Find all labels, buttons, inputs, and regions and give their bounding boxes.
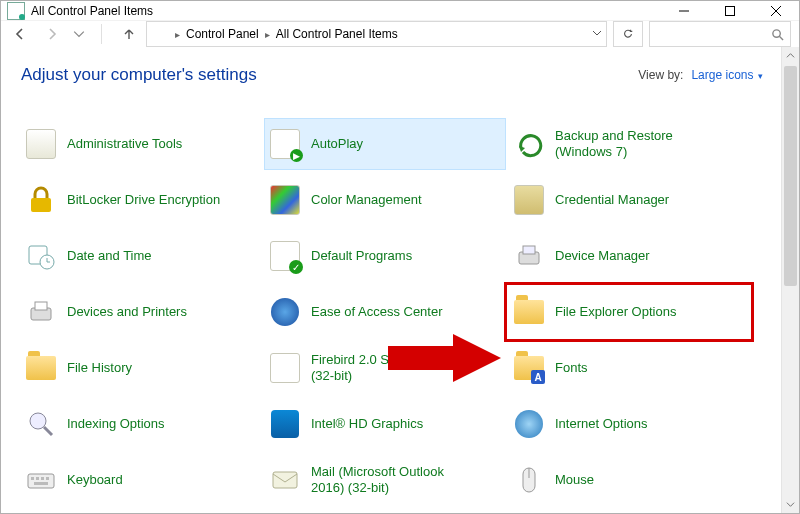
item-label: Indexing Options bbox=[67, 416, 165, 432]
window-icon bbox=[7, 2, 25, 20]
breadcrumb-item-current[interactable]: All Control Panel Items bbox=[272, 22, 402, 46]
control-panel-item[interactable]: Indexing Options bbox=[21, 399, 261, 449]
item-label: Device Manager bbox=[555, 248, 650, 264]
control-panel-item[interactable]: Intel® HD Graphics bbox=[265, 399, 505, 449]
titlebar: All Control Panel Items bbox=[1, 1, 799, 20]
control-panel-item[interactable]: File Explorer Options bbox=[509, 287, 749, 337]
heading-row: Adjust your computer's settings View by:… bbox=[21, 65, 791, 85]
chevron-down-icon: ▾ bbox=[755, 71, 763, 81]
search-input[interactable] bbox=[649, 21, 791, 47]
refresh-button[interactable] bbox=[613, 21, 643, 47]
control-panel-item[interactable]: AFonts bbox=[509, 343, 749, 393]
viewby-label: View by: bbox=[638, 68, 683, 82]
close-button[interactable] bbox=[753, 1, 799, 20]
item-label: Credential Manager bbox=[555, 192, 669, 208]
control-panel-item[interactable]: Credential Manager bbox=[509, 175, 749, 225]
control-panel-item[interactable]: Color Management bbox=[265, 175, 505, 225]
item-label: Date and Time bbox=[67, 248, 152, 264]
breadcrumb-root-icon[interactable] bbox=[151, 22, 173, 46]
scrollbar-track[interactable] bbox=[782, 64, 799, 496]
annotation-arrow-icon bbox=[383, 330, 503, 386]
svg-rect-2 bbox=[31, 198, 51, 212]
intel-hd-icon bbox=[269, 408, 301, 440]
color-mgmt-icon bbox=[269, 184, 301, 216]
separator bbox=[101, 24, 102, 44]
svg-rect-16 bbox=[273, 472, 297, 488]
history-dropdown[interactable] bbox=[73, 23, 85, 45]
mail-icon bbox=[269, 464, 301, 496]
chevron-right-icon[interactable]: ▸ bbox=[265, 29, 270, 40]
item-label: Fonts bbox=[555, 360, 588, 376]
content-pane: Adjust your computer's settings View by:… bbox=[1, 47, 799, 513]
credential-icon bbox=[513, 184, 545, 216]
firebird-icon bbox=[269, 352, 301, 384]
svg-rect-8 bbox=[35, 302, 47, 310]
item-label: Backup and Restore (Windows 7) bbox=[555, 128, 723, 159]
items-grid: Administrative Tools▶AutoPlayBackup and … bbox=[21, 119, 791, 505]
item-label: Ease of Access Center bbox=[311, 304, 443, 320]
control-panel-icon bbox=[155, 27, 169, 41]
item-label: Mail (Microsoft Outlook 2016) (32-bit) bbox=[311, 464, 479, 495]
control-panel-item[interactable]: ▶AutoPlay bbox=[265, 119, 505, 169]
chevron-right-icon[interactable]: ▸ bbox=[175, 29, 180, 40]
svg-rect-12 bbox=[36, 477, 39, 480]
viewby-value: Large icons bbox=[691, 68, 753, 82]
viewby-control: View by: Large icons ▾ bbox=[638, 68, 763, 82]
maximize-button[interactable] bbox=[707, 1, 753, 20]
svg-rect-6 bbox=[523, 246, 535, 254]
window-title: All Control Panel Items bbox=[31, 4, 661, 18]
control-panel-item[interactable]: Date and Time bbox=[21, 231, 261, 281]
admin-tools-icon bbox=[25, 128, 57, 160]
fonts-icon: A bbox=[513, 352, 545, 384]
control-panel-item[interactable]: Mouse bbox=[509, 455, 749, 505]
item-label: Intel® HD Graphics bbox=[311, 416, 423, 432]
svg-point-1 bbox=[773, 29, 780, 36]
item-label: Color Management bbox=[311, 192, 422, 208]
viewby-dropdown[interactable]: Large icons ▾ bbox=[691, 68, 763, 82]
content-wrapper: Adjust your computer's settings View by:… bbox=[1, 47, 799, 513]
svg-rect-14 bbox=[46, 477, 49, 480]
default-programs-icon: ✓ bbox=[269, 240, 301, 272]
address-dropdown-icon[interactable] bbox=[592, 27, 602, 41]
internet-options-icon bbox=[513, 408, 545, 440]
svg-rect-13 bbox=[41, 477, 44, 480]
item-label: Administrative Tools bbox=[67, 136, 182, 152]
control-panel-item[interactable]: File History bbox=[21, 343, 261, 393]
window-buttons bbox=[661, 1, 799, 20]
scroll-down-button[interactable] bbox=[782, 496, 799, 513]
control-panel-item[interactable]: Internet Options bbox=[509, 399, 749, 449]
date-time-icon bbox=[25, 240, 57, 272]
breadcrumb-item-root[interactable]: Control Panel bbox=[182, 22, 263, 46]
vertical-scrollbar[interactable] bbox=[781, 47, 799, 513]
file-explorer-options-icon bbox=[513, 296, 545, 328]
item-label: Mouse bbox=[555, 472, 594, 488]
scrollbar-thumb[interactable] bbox=[784, 66, 797, 286]
devices-printers-icon bbox=[25, 296, 57, 328]
control-panel-item[interactable]: Device Manager bbox=[509, 231, 749, 281]
item-label: Keyboard bbox=[67, 472, 123, 488]
up-button[interactable] bbox=[118, 23, 140, 45]
control-panel-item[interactable]: ✓Default Programs bbox=[265, 231, 505, 281]
ease-access-icon bbox=[269, 296, 301, 328]
control-panel-item[interactable]: Devices and Printers bbox=[21, 287, 261, 337]
back-button[interactable] bbox=[9, 23, 31, 45]
item-label: Internet Options bbox=[555, 416, 648, 432]
item-label: File Explorer Options bbox=[555, 304, 676, 320]
file-history-icon bbox=[25, 352, 57, 384]
backup-icon bbox=[513, 128, 545, 160]
scroll-up-button[interactable] bbox=[782, 47, 799, 64]
item-label: BitLocker Drive Encryption bbox=[67, 192, 220, 208]
svg-rect-0 bbox=[726, 6, 735, 15]
control-panel-item[interactable]: Backup and Restore (Windows 7) bbox=[509, 119, 749, 169]
item-label: AutoPlay bbox=[311, 136, 363, 152]
svg-rect-11 bbox=[31, 477, 34, 480]
control-panel-item[interactable]: BitLocker Drive Encryption bbox=[21, 175, 261, 225]
control-panel-item[interactable]: Mail (Microsoft Outlook 2016) (32-bit) bbox=[265, 455, 505, 505]
autoplay-icon: ▶ bbox=[269, 128, 301, 160]
control-panel-item[interactable]: Administrative Tools bbox=[21, 119, 261, 169]
breadcrumb-bar[interactable]: ▸ Control Panel ▸ All Control Panel Item… bbox=[146, 21, 607, 47]
minimize-button[interactable] bbox=[661, 1, 707, 20]
control-panel-item[interactable]: Keyboard bbox=[21, 455, 261, 505]
forward-button[interactable] bbox=[41, 23, 63, 45]
svg-point-9 bbox=[30, 413, 46, 429]
